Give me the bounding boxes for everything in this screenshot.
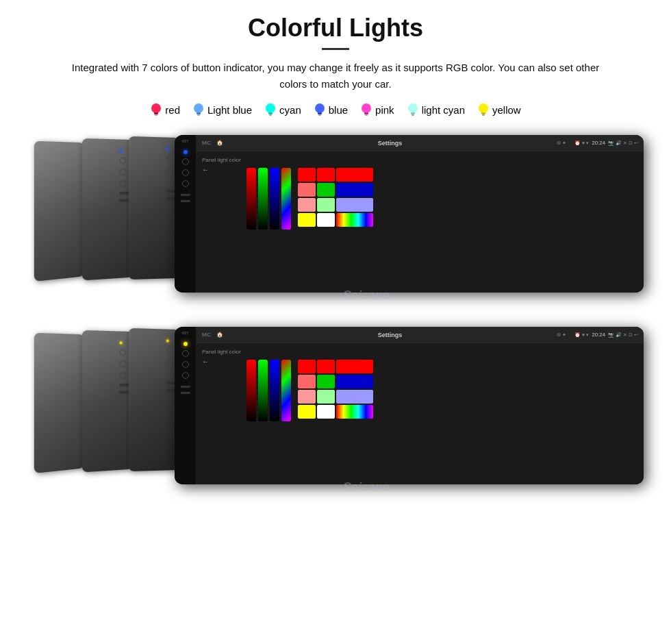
screen-title-2: Settings <box>226 332 554 338</box>
color-label-pink: pink <box>375 104 394 116</box>
bulb-icon-blue <box>314 102 326 117</box>
color-item-cyan: cyan <box>264 102 301 117</box>
color-label-red: red <box>165 104 180 116</box>
page-container: Colorful Lights Integrated with 7 colors… <box>0 0 671 644</box>
svg-rect-10 <box>318 112 322 114</box>
color-label-yellow: yellow <box>492 104 521 116</box>
page-title: Colorful Lights <box>248 14 423 42</box>
svg-rect-19 <box>481 112 485 114</box>
bulb-icon-yellow <box>477 102 490 117</box>
color-label-lightblue: Light blue <box>207 104 252 116</box>
svg-rect-17 <box>412 114 414 116</box>
screen-time-2: 20:24 <box>592 332 605 338</box>
bulb-icon-red <box>150 102 162 117</box>
bulb-icon-pink <box>360 102 372 117</box>
color-item-blue: blue <box>314 102 348 117</box>
svg-rect-4 <box>197 112 201 114</box>
svg-point-12 <box>362 103 371 113</box>
svg-point-6 <box>266 103 275 113</box>
color-item-yellow: yellow <box>477 102 521 117</box>
color-label-blue: blue <box>329 104 348 116</box>
svg-rect-5 <box>197 114 200 116</box>
svg-point-0 <box>151 103 161 113</box>
devices-section: RST MIC 🏠 Settings <box>27 129 644 506</box>
bulb-icon-lightblue <box>192 102 205 117</box>
svg-point-15 <box>408 103 418 113</box>
svg-rect-20 <box>482 114 485 116</box>
color-label-lightcyan: light cyan <box>422 104 465 116</box>
device-row-2: RST MIC 🏠 Settings <box>27 321 644 506</box>
svg-rect-16 <box>411 112 415 114</box>
panel-light-label-2: Panel light color <box>202 349 241 355</box>
title-divider <box>322 48 349 50</box>
screen-title-1: Settings <box>226 140 554 147</box>
color-item-lightblue: Light blue <box>192 102 252 117</box>
color-item-pink: pink <box>360 102 394 117</box>
svg-rect-8 <box>269 114 272 116</box>
color-item-lightcyan: light cyan <box>407 102 465 117</box>
screen-time-1: 20:24 <box>592 140 605 146</box>
bulb-icon-lightcyan <box>407 102 419 117</box>
svg-rect-1 <box>154 112 158 114</box>
panel-light-label-1: Panel light color <box>202 157 241 163</box>
svg-rect-13 <box>364 112 368 114</box>
svg-point-3 <box>194 103 203 113</box>
svg-rect-14 <box>365 114 368 116</box>
svg-rect-7 <box>268 112 273 114</box>
color-item-red: red <box>150 102 180 117</box>
color-label-cyan: cyan <box>279 104 301 116</box>
bulb-icon-cyan <box>264 102 277 117</box>
svg-rect-2 <box>155 114 157 116</box>
svg-point-9 <box>315 103 325 113</box>
device-row-1: RST MIC 🏠 Settings <box>27 129 644 314</box>
description-text: Integrated with 7 colors of button indic… <box>68 60 603 92</box>
color-indicators-row: red Light blue cyan <box>150 102 520 117</box>
svg-rect-11 <box>318 114 321 116</box>
svg-point-18 <box>479 103 488 113</box>
